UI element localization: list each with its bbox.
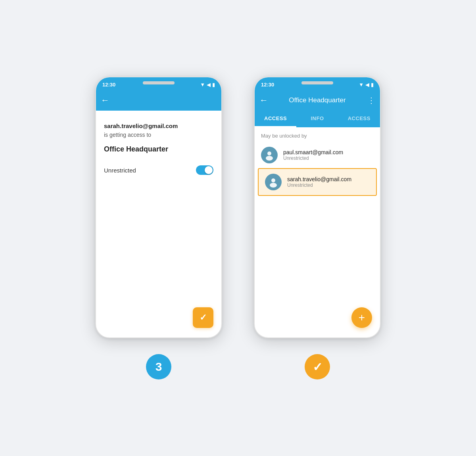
phone2-status-icons: ▼ ◀ ▮ — [359, 82, 374, 88]
phone1-fab-check[interactable] — [193, 307, 213, 328]
phone1-back-button[interactable]: ← — [101, 96, 109, 105]
svg-point-1 — [266, 156, 273, 161]
phone2-tabs: ACCESS INFO ACCESS — [255, 111, 380, 127]
phone2-menu-button[interactable]: ⋮ — [367, 96, 375, 105]
step3-badge: 3 — [146, 354, 171, 379]
phone1-access-text: is getting access to — [104, 132, 213, 138]
may-unlocked-label: May be unlocked by — [255, 127, 380, 142]
phone1-status-time: 12:30 — [102, 82, 115, 88]
phone1-toggle[interactable] — [196, 165, 213, 175]
user-info-paul: paul.smaart@gmail.com Unrestricted — [283, 149, 374, 161]
phone1-content: sarah.travelio@gmail.com is getting acce… — [96, 111, 221, 183]
phone2-status-time: 12:30 — [261, 82, 274, 88]
svg-point-0 — [267, 151, 271, 155]
phone2-app-bar: ← Office Headquarter ⋮ — [255, 90, 380, 111]
phone2-content: May be unlocked by paul.smaart@gmail.com… — [255, 127, 380, 196]
phone2-fab-plus[interactable]: + — [351, 307, 372, 328]
svg-point-2 — [271, 178, 275, 182]
user-row-paul: paul.smaart@gmail.com Unrestricted — [255, 142, 380, 168]
toggle-knob — [205, 166, 213, 174]
phone2-app-title: Office Headquarter — [289, 96, 345, 104]
paul-email: paul.smaart@gmail.com — [283, 149, 374, 155]
phone2-notch — [301, 81, 333, 84]
step3-number: 3 — [155, 360, 162, 374]
paul-access: Unrestricted — [283, 155, 374, 161]
check-badge: ✓ — [305, 354, 330, 379]
phone1-user-email: sarah.travelio@gmail.com — [104, 123, 213, 129]
signal-icon2: ◀ — [365, 82, 369, 88]
battery-icon2: ▮ — [371, 82, 374, 88]
phone1-office-name: Office Headquarter — [104, 145, 213, 153]
sarah-access: Unrestricted — [287, 182, 370, 188]
phone1-toggle-label: Unrestricted — [104, 167, 136, 174]
phone1-wrapper: 12:30 ▼ ◀ ▮ ← sarah.travelio@gmail.com i… — [95, 77, 222, 379]
phone1-toggle-row: Unrestricted — [104, 165, 213, 175]
avatar-sarah — [265, 174, 282, 190]
user-info-sarah: sarah.travelio@gmail.com Unrestricted — [287, 176, 370, 188]
phone2-back-button[interactable]: ← — [259, 96, 268, 105]
signal-icon: ◀ — [207, 82, 211, 88]
tab-access2[interactable]: ACCESS — [338, 111, 380, 127]
wifi-icon2: ▼ — [359, 82, 364, 88]
phone1-app-bar: ← — [96, 90, 221, 111]
phone1-fab-area — [193, 307, 213, 328]
avatar-paul — [261, 147, 278, 163]
user-row-sarah: sarah.travelio@gmail.com Unrestricted — [258, 168, 377, 196]
wifi-icon: ▼ — [200, 82, 205, 88]
scene: 12:30 ▼ ◀ ▮ ← sarah.travelio@gmail.com i… — [0, 53, 476, 403]
tab-access[interactable]: ACCESS — [255, 111, 296, 127]
svg-point-3 — [270, 183, 277, 188]
phone2-wrapper: 12:30 ▼ ◀ ▮ ← Office Headquarter ⋮ ACCES… — [254, 77, 381, 379]
check-icon: ✓ — [313, 360, 322, 374]
phone1-status-icons: ▼ ◀ ▮ — [200, 82, 215, 88]
phone1-notch — [143, 81, 175, 84]
sarah-email: sarah.travelio@gmail.com — [287, 176, 370, 182]
battery-icon: ▮ — [212, 82, 215, 88]
phone2: 12:30 ▼ ◀ ▮ ← Office Headquarter ⋮ ACCES… — [254, 77, 381, 338]
tab-info[interactable]: INFO — [296, 111, 338, 127]
phone1: 12:30 ▼ ◀ ▮ ← sarah.travelio@gmail.com i… — [95, 77, 222, 338]
